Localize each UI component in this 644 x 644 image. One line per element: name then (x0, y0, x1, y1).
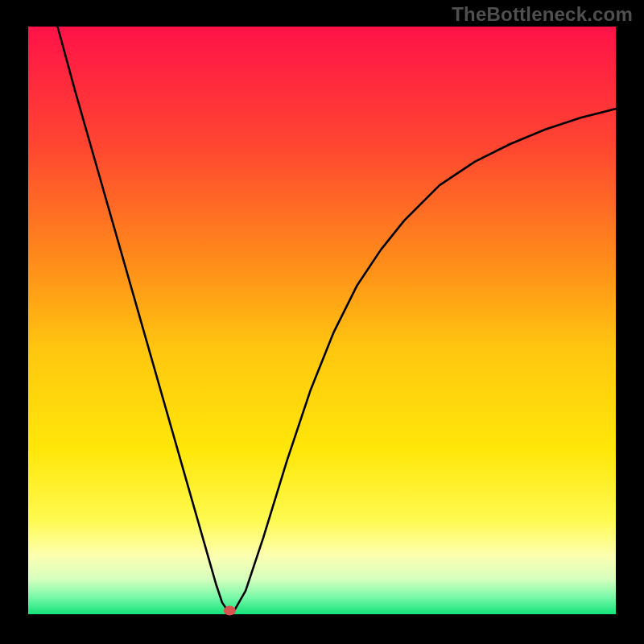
bottleneck-chart (0, 0, 644, 644)
gradient-background (28, 27, 616, 614)
chart-frame: TheBottleneck.com (0, 0, 644, 644)
optimal-point-marker (224, 606, 236, 616)
